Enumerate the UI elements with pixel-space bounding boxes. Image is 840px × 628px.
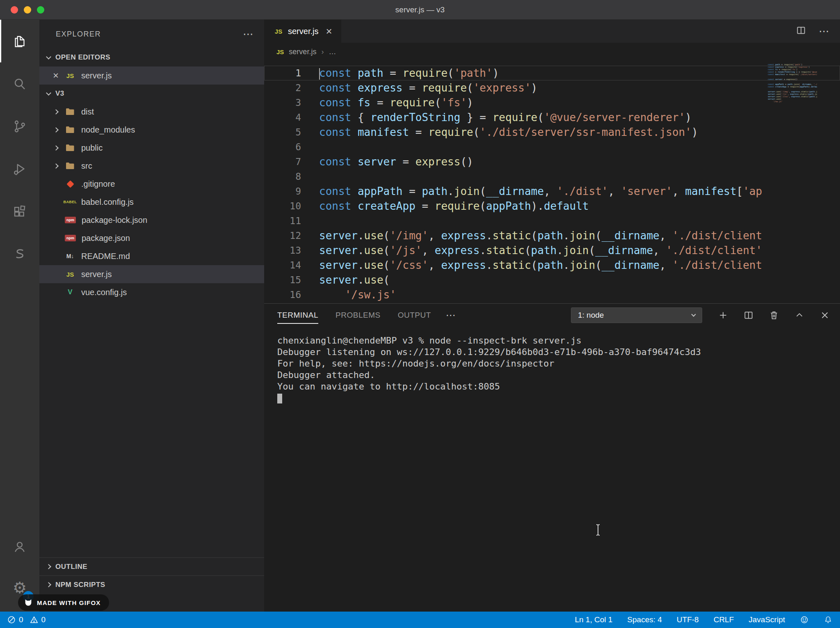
code-line-9[interactable]: 9const appPath = path.join(__dirname, '.… xyxy=(264,184,840,199)
close-panel-icon[interactable] xyxy=(819,310,830,321)
tree-item-server.js[interactable]: JSserver.js xyxy=(39,265,264,283)
indentation[interactable]: Spaces: 4 xyxy=(627,615,662,624)
terminal-line-3: For help, see: https://nodejs.org/en/doc… xyxy=(277,358,840,369)
workspace-section-header[interactable]: V3 xyxy=(39,85,264,103)
activity-bar: ⚙ 1 xyxy=(0,20,39,612)
code-line-15[interactable]: 15server.use( xyxy=(264,273,840,287)
npm-scripts-section-header[interactable]: NPM SCRIPTS xyxy=(39,575,264,594)
minimize-window-button[interactable] xyxy=(24,6,31,14)
npm-file-icon: npm xyxy=(65,217,76,223)
split-terminal-icon[interactable] xyxy=(743,310,754,321)
tree-item-.gitignore[interactable]: .gitignore xyxy=(39,175,264,193)
markdown-file-icon: M↓ xyxy=(63,253,77,259)
tree-item-package.json[interactable]: npmpackage.json xyxy=(39,229,264,247)
maximize-panel-chevron-up-icon[interactable] xyxy=(794,310,805,321)
error-count: 0 xyxy=(19,615,23,624)
kill-terminal-trash-icon[interactable] xyxy=(769,310,779,321)
line-number: 4 xyxy=(264,110,319,125)
js-file-icon: JS xyxy=(273,28,284,35)
code-line-8[interactable]: 8 xyxy=(264,169,840,184)
tree-item-public[interactable]: public xyxy=(39,139,264,157)
status-bar: 0 0 Ln 1, Col 1 Spaces: 4 UTF-8 CRLF Jav… xyxy=(0,612,840,628)
sidebar-title: EXPLORER xyxy=(56,30,101,39)
chevron-right-icon xyxy=(48,128,63,132)
line-number: 15 xyxy=(264,273,319,287)
chevron-right-icon xyxy=(46,582,51,587)
fullscreen-window-button[interactable] xyxy=(37,6,44,14)
notifications-bell-icon[interactable] xyxy=(824,615,833,624)
tree-item-dist[interactable]: dist xyxy=(39,103,264,121)
breadcrumb-file[interactable]: server.js xyxy=(289,48,316,56)
code-editor[interactable]: 1const path = require('path')2const expr… xyxy=(264,61,840,303)
problems-indicator[interactable]: 0 0 xyxy=(7,615,46,624)
traffic-lights xyxy=(0,6,44,14)
custom-extension-icon[interactable] xyxy=(0,233,39,276)
line-number: 3 xyxy=(264,95,319,110)
terminal-line-2: Debugger listening on ws://127.0.0.1:922… xyxy=(277,346,840,358)
tree-item-babel.config.js[interactable]: BABELbabel.config.js xyxy=(39,193,264,211)
close-tab-icon[interactable]: × xyxy=(326,26,332,37)
code-line-7[interactable]: 7const server = express() xyxy=(264,154,840,169)
account-icon[interactable] xyxy=(0,526,39,567)
feedback-icon[interactable] xyxy=(800,615,809,624)
tree-item-README.md[interactable]: M↓README.md xyxy=(39,247,264,265)
terminal-panel: TERMINALPROBLEMSOUTPUT ⋯ 1: node xyxy=(264,303,840,612)
editor-region: JS server.js × ⋯ JS server.js › xyxy=(264,20,840,303)
explorer-sidebar: EXPLORER ⋯ OPEN EDITORS ×JSserver.js V3 … xyxy=(39,20,264,612)
open-editors-section-header[interactable]: OPEN EDITORS xyxy=(39,48,264,66)
new-terminal-icon[interactable] xyxy=(718,310,728,321)
eol-sequence[interactable]: CRLF xyxy=(714,615,734,624)
code-line-12[interactable]: 12server.use('/img', express.static(path… xyxy=(264,228,840,243)
code-line-1[interactable]: 1const path = require('path') xyxy=(264,66,840,80)
breadcrumb-symbol[interactable]: … xyxy=(329,48,336,56)
breadcrumb[interactable]: JS server.js › … xyxy=(264,43,840,61)
tree-item-node_modules[interactable]: node_modules xyxy=(39,121,264,139)
split-editor-icon[interactable] xyxy=(796,25,806,37)
code-line-3[interactable]: 3const fs = require('fs') xyxy=(264,95,840,110)
vscode-window: server.js — v3 xyxy=(0,0,840,628)
panel-more-actions-icon[interactable]: ⋯ xyxy=(446,309,456,321)
code-line-2[interactable]: 2const express = require('express') xyxy=(264,80,840,95)
explorer-icon[interactable] xyxy=(0,20,39,62)
editor-more-actions-icon[interactable]: ⋯ xyxy=(819,25,829,38)
source-control-icon[interactable] xyxy=(0,105,39,148)
code-line-6[interactable]: 6 xyxy=(264,140,840,154)
editor-actions: ⋯ xyxy=(796,20,840,43)
outline-section-header[interactable]: OUTLINE xyxy=(39,557,264,575)
tree-item-package-lock.json[interactable]: npmpackage-lock.json xyxy=(39,211,264,229)
terminal-line-4: Debugger attached. xyxy=(277,369,840,381)
folder-icon xyxy=(63,162,77,170)
close-editor-icon[interactable]: × xyxy=(48,70,63,81)
cursor-position[interactable]: Ln 1, Col 1 xyxy=(575,615,612,624)
code-line-10[interactable]: 10const createApp = require(appPath).def… xyxy=(264,199,840,213)
code-line-13[interactable]: 13server.use('/js', express.static(path.… xyxy=(264,243,840,258)
tree-item-vue.config.js[interactable]: Vvue.config.js xyxy=(39,283,264,301)
explorer-more-actions-icon[interactable]: ⋯ xyxy=(243,28,253,41)
terminal-actions xyxy=(718,310,830,321)
code-line-16[interactable]: 16 '/sw.js' xyxy=(264,287,840,302)
tab-server-js[interactable]: JS server.js × xyxy=(264,20,341,43)
line-number: 10 xyxy=(264,199,319,213)
encoding[interactable]: UTF-8 xyxy=(677,615,699,624)
code-line-14[interactable]: 14server.use('/css', express.static(path… xyxy=(264,258,840,273)
terminal-output[interactable]: chenxianglin@chendeMBP v3 % node --inspe… xyxy=(264,327,840,612)
tree-item-label: README.md xyxy=(81,252,130,261)
line-number: 16 xyxy=(264,287,319,302)
tree-item-label: babel.config.js xyxy=(81,197,134,207)
terminal-instance-select[interactable]: 1: node xyxy=(571,307,702,323)
code-line-5[interactable]: 5const manifest = require('./dist/server… xyxy=(264,125,840,140)
terminal-tab-problems[interactable]: PROBLEMS xyxy=(336,304,381,327)
run-debug-icon[interactable] xyxy=(0,148,39,190)
search-icon[interactable] xyxy=(0,62,39,105)
line-number: 9 xyxy=(264,184,319,199)
line-number: 14 xyxy=(264,258,319,273)
extensions-icon[interactable] xyxy=(0,190,39,233)
close-window-button[interactable] xyxy=(11,6,18,14)
terminal-tab-terminal[interactable]: TERMINAL xyxy=(277,304,318,327)
language-mode[interactable]: JavaScript xyxy=(749,615,785,624)
tree-item-src[interactable]: src xyxy=(39,157,264,175)
code-line-4[interactable]: 4const { renderToString } = require('@vu… xyxy=(264,110,840,125)
terminal-tab-output[interactable]: OUTPUT xyxy=(398,304,431,327)
code-line-11[interactable]: 11 xyxy=(264,213,840,228)
open-editor-server.js[interactable]: ×JSserver.js xyxy=(39,66,264,85)
